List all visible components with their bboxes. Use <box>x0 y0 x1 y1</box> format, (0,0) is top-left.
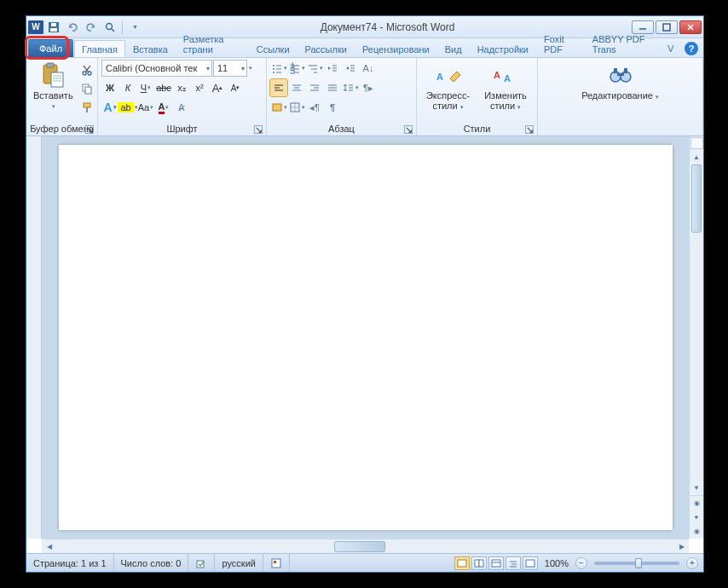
svg-rect-22 <box>86 107 88 112</box>
zoom-out-button[interactable]: − <box>575 557 587 569</box>
highlight-icon[interactable]: ab▾ <box>119 99 136 116</box>
next-page-icon[interactable]: ◉ <box>690 524 703 539</box>
rtl-direction-icon[interactable]: ◂¶ <box>306 99 323 116</box>
line-spacing-icon[interactable]: ▾ <box>342 79 359 96</box>
paste-icon <box>39 61 66 89</box>
align-left-icon[interactable] <box>270 79 287 96</box>
clear-formatting-icon[interactable]: A̷ <box>173 99 190 116</box>
scroll-up-icon[interactable]: ▲ <box>690 150 703 164</box>
word-app-icon[interactable]: W <box>28 20 43 34</box>
ruler-toggle-icon[interactable] <box>690 137 703 149</box>
vertical-ruler[interactable] <box>26 136 42 539</box>
undo-icon[interactable] <box>64 19 81 36</box>
status-proofing[interactable] <box>188 554 215 572</box>
grow-font-icon[interactable]: A▴ <box>209 79 226 96</box>
bullets-icon[interactable]: ▾ <box>270 60 287 77</box>
paragraph-launcher-icon[interactable]: ↘ <box>404 125 413 134</box>
help-icon[interactable]: ? <box>685 42 698 55</box>
font-name-combo[interactable]: Calibri (Основной тек▾ <box>101 60 212 77</box>
copy-icon[interactable] <box>78 80 95 97</box>
tab-references[interactable]: Ссылки <box>249 40 298 57</box>
tab-foxit[interactable]: Foxit PDF <box>536 30 585 57</box>
find-icon[interactable] <box>101 19 118 36</box>
strikethrough-button[interactable]: abc <box>155 79 172 96</box>
align-right-icon[interactable] <box>306 79 323 96</box>
status-language[interactable]: русский <box>215 554 263 572</box>
status-page[interactable]: Страница: 1 из 1 <box>26 554 114 572</box>
minimize-ribbon-icon[interactable]: ᐯ <box>662 40 679 57</box>
save-icon[interactable] <box>45 19 62 36</box>
horizontal-scrollbar[interactable]: ◀ ▶ <box>42 539 689 553</box>
scroll-track-v[interactable] <box>690 164 703 481</box>
browse-object-icon[interactable]: ● <box>690 510 703 524</box>
zoom-level[interactable]: 100% <box>545 558 569 568</box>
scroll-down-icon[interactable]: ▼ <box>690 481 703 495</box>
tab-mailings[interactable]: Рассылки <box>298 40 355 57</box>
increase-indent-icon[interactable] <box>342 60 359 77</box>
change-case-icon[interactable]: Aa▾ <box>137 99 154 116</box>
shading-icon[interactable]: ▾ <box>270 99 287 116</box>
vertical-scrollbar[interactable]: ▲ ▼ ◉ ● ◉ <box>689 136 703 539</box>
scroll-track-h[interactable] <box>56 541 674 552</box>
font-size-combo[interactable]: 11▾ <box>213 60 247 77</box>
zoom-slider[interactable] <box>594 562 679 565</box>
clipboard-launcher-icon[interactable]: ↘ <box>85 125 94 134</box>
tab-home[interactable]: Главная <box>74 40 125 57</box>
underline-button[interactable]: Ч▾ <box>137 79 154 96</box>
sort-icon[interactable]: A↓ <box>360 60 377 77</box>
scroll-left-icon[interactable]: ◀ <box>42 539 56 554</box>
font-launcher-icon[interactable]: ↘ <box>254 125 263 134</box>
decrease-indent-icon[interactable] <box>324 60 341 77</box>
redo-icon[interactable] <box>83 19 100 36</box>
document-page[interactable] <box>59 145 673 530</box>
zoom-in-button[interactable]: + <box>686 557 698 569</box>
shrink-font-icon[interactable]: A▾ <box>227 79 244 96</box>
view-web-icon[interactable] <box>488 556 504 570</box>
scroll-thumb-v[interactable] <box>691 164 702 233</box>
tab-file[interactable]: Файл <box>28 39 73 57</box>
cut-icon[interactable] <box>78 61 95 78</box>
tab-view[interactable]: Вид <box>437 40 470 57</box>
multilevel-list-icon[interactable]: ▾ <box>306 60 323 77</box>
tab-layout[interactable]: Разметка страни <box>176 30 249 57</box>
ltr-direction-icon[interactable]: ¶▸ <box>360 79 377 96</box>
tab-abbyy[interactable]: ABBYY PDF Trans <box>585 30 662 57</box>
subscript-button[interactable]: x₂ <box>173 79 190 96</box>
group-clipboard: Вставить ▾ Буфер обмена↘ <box>26 58 98 135</box>
scroll-right-icon[interactable]: ▶ <box>674 539 689 554</box>
status-word-count[interactable]: Число слов: 0 <box>114 554 189 572</box>
show-marks-icon[interactable]: ¶ <box>324 99 341 116</box>
quick-styles-button[interactable]: A Экспресс-стили ▾ <box>420 60 476 112</box>
qat-customize-icon[interactable]: ▼ <box>126 19 143 36</box>
view-draft-icon[interactable] <box>523 556 538 570</box>
view-print-layout-icon[interactable] <box>454 556 470 570</box>
numbering-icon[interactable]: 123▾ <box>288 60 305 77</box>
justify-icon[interactable] <box>324 79 341 96</box>
styles-launcher-icon[interactable]: ↘ <box>525 125 534 134</box>
text-effects-icon[interactable]: A▾ <box>101 99 118 116</box>
font-size-dropdown-icon[interactable]: ▾ <box>249 65 252 72</box>
document-viewport[interactable] <box>42 136 689 539</box>
view-outline-icon[interactable] <box>506 556 521 570</box>
close-button[interactable] <box>679 20 702 34</box>
italic-button[interactable]: К <box>119 79 136 96</box>
format-painter-icon[interactable] <box>78 99 95 116</box>
change-styles-button[interactable]: AA Изменить стили ▾ <box>477 60 534 112</box>
svg-point-3 <box>107 23 113 29</box>
tab-review[interactable]: Рецензировани <box>355 40 437 57</box>
paste-button[interactable]: Вставить ▾ <box>30 60 77 112</box>
bold-button[interactable]: Ж <box>101 79 118 96</box>
borders-icon[interactable]: ▾ <box>288 99 305 116</box>
superscript-button[interactable]: x² <box>191 79 208 96</box>
editing-button[interactable]: Редактирование ▾ <box>578 60 662 102</box>
align-center-icon[interactable] <box>288 79 305 96</box>
prev-page-icon[interactable]: ◉ <box>690 495 703 510</box>
status-macro[interactable] <box>263 554 290 572</box>
macro-icon <box>270 557 282 569</box>
tab-insert[interactable]: Вставка <box>125 40 176 57</box>
zoom-slider-thumb[interactable] <box>635 558 642 568</box>
view-reading-icon[interactable] <box>471 556 487 570</box>
tab-addins[interactable]: Надстройки <box>470 40 536 57</box>
font-color-icon[interactable]: A▾ <box>155 99 172 116</box>
scroll-thumb-h[interactable] <box>334 541 385 552</box>
